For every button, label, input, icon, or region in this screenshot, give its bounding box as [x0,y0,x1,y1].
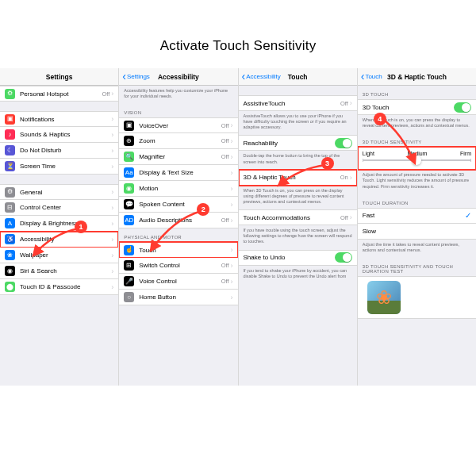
row-3dtouch-toggle[interactable]: 3D Touch [358,99,476,115]
row-assistivetouch[interactable]: AssistiveTouch Off [239,95,357,111]
row-label: Notifications [20,116,111,123]
row-icon: ☾ [5,145,15,155]
page-title: Activate Touch Sensitivity [0,0,476,68]
chevron-right-icon [231,278,233,286]
row-icon: ◉ [5,266,15,276]
desc: AssistiveTouch allows you to use your iP… [239,111,357,135]
settings-row[interactable]: ◉Siri & Search [0,263,118,279]
settings-row[interactable]: 🔍MagnifierOff [119,149,237,165]
label: 3D Touch [363,104,454,111]
chevron-right-icon [231,262,233,270]
settings-row[interactable]: ⬤Touch ID & Passcode [0,279,118,295]
settings-row[interactable]: ⚙General [0,184,118,200]
row-fast[interactable]: Fast ✓ [358,208,476,224]
settings-row[interactable]: ☾Do Not Disturb [0,143,118,159]
chevron-right-icon [350,99,352,107]
row-label: Motion [139,185,230,192]
chevron-right-icon [231,294,233,301]
chevron-right-icon [111,163,113,171]
nav-title: 3D & Haptic Touch [387,73,447,81]
checkmark-icon: ✓ [465,211,471,220]
row-icon: ⊕ [124,136,134,146]
panel-touch: Accessibility Touch AssistiveTouch Off A… [239,68,358,386]
row-icon: AD [124,215,134,225]
settings-row[interactable]: ○Home Button [119,290,237,305]
panels-container: Settings ⚙Personal HotspotOff▣Notificati… [0,68,476,386]
section: TOUCH DURATION [358,194,476,208]
settings-row[interactable]: ◉Motion [119,181,237,197]
settings-row[interactable]: ▣VoiceOverOff [119,117,237,133]
chevron-right-icon [231,217,233,225]
settings-row[interactable]: ⊟Control Center [0,200,118,216]
row-label: Home Button [139,294,230,301]
back-link[interactable]: Settings [122,73,150,80]
settings-row[interactable]: ▣Notifications [0,111,118,127]
row-value: Off [102,90,109,98]
row-icon: ◉ [124,183,134,194]
row-icon: ♿ [5,234,15,244]
nav-bar: Settings [0,68,118,86]
nav-bar: Touch 3D & Haptic Touch [358,68,476,86]
row-label: VoiceOver [139,122,221,129]
chevron-right-icon [231,169,233,177]
row-value: Off [221,122,229,129]
settings-row[interactable]: 🎤Voice ControlOff [119,274,237,290]
settings-row[interactable]: ⚙Personal HotspotOff [0,86,118,102]
settings-row[interactable]: ♪Sounds & Haptics [0,127,118,143]
row-label: Touch ID & Passcode [20,283,111,290]
nav-bar: Settings Accessibility [119,68,237,86]
section-vision: VISION [119,104,237,117]
label: Reachability [244,140,335,147]
panel-3dtouch: Touch 3D & Haptic Touch 3D TOUCH 3D Touc… [358,68,476,386]
row-icon: ⚙ [5,89,15,99]
step-badge-3: 3 [321,157,334,170]
desc: If you tend to shake your iPhone by acci… [239,266,357,284]
settings-row[interactable]: ⏳Screen Time [0,159,118,175]
settings-row[interactable]: AaDisplay & Text Size [119,165,237,181]
chevron-right-icon [111,251,113,259]
chevron-right-icon [111,267,113,275]
chevron-right-icon [350,174,352,182]
row-icon: ○ [124,292,134,302]
row-label: Siri & Search [20,267,111,274]
settings-row[interactable]: ⊕ZoomOff [119,133,237,149]
chevron-right-icon [111,131,113,139]
row-touch-accom[interactable]: Touch Accommodations Off [239,209,357,225]
row-value: Off [221,153,229,160]
row-icon: ⏳ [5,161,15,171]
row-icon: ⊟ [5,202,15,213]
chevron-right-icon [111,147,113,155]
label: Touch Accommodations [244,214,340,221]
row-label: Spoken Content [139,201,230,208]
row-icon: A [5,218,15,228]
chevron-right-icon [231,201,233,209]
chevron-right-icon [231,121,233,129]
row-shake[interactable]: Shake to Undo [239,250,357,266]
chevron-right-icon [111,204,113,212]
back-link[interactable]: Touch [361,73,382,80]
toggle-on-icon[interactable] [335,252,352,263]
section: 3D TOUCH SENSITIVITY AND TOUCH DURATION … [358,258,476,276]
nav-title: Accessibility [158,73,199,81]
chevron-right-icon [111,283,113,291]
row-icon: ▣ [5,114,15,125]
toggle-on-icon[interactable] [454,102,471,113]
row-label: Display & Text Size [139,169,230,176]
row-slow[interactable]: Slow [358,224,476,240]
flower-test-icon[interactable] [367,281,401,314]
settings-row[interactable]: ⊞Switch ControlOff [119,258,237,274]
toggle-on-icon[interactable] [335,138,352,148]
row-label: Voice Control [139,278,221,285]
back-link[interactable]: Accessibility [242,73,281,80]
nav-title: Touch [288,73,308,81]
row-icon: Aa [124,167,134,178]
row-reachability[interactable]: Reachability [239,135,357,151]
row-label: Screen Time [20,163,111,170]
test-area[interactable] [358,276,476,319]
label: AssistiveTouch [244,100,340,107]
row-label: Magnifier [139,153,221,160]
desc: Adjust the amount of pressure needed to … [358,170,476,194]
row-label: Control Center [20,204,111,211]
row-icon: ▣ [124,121,134,131]
chevron-right-icon [231,185,233,193]
